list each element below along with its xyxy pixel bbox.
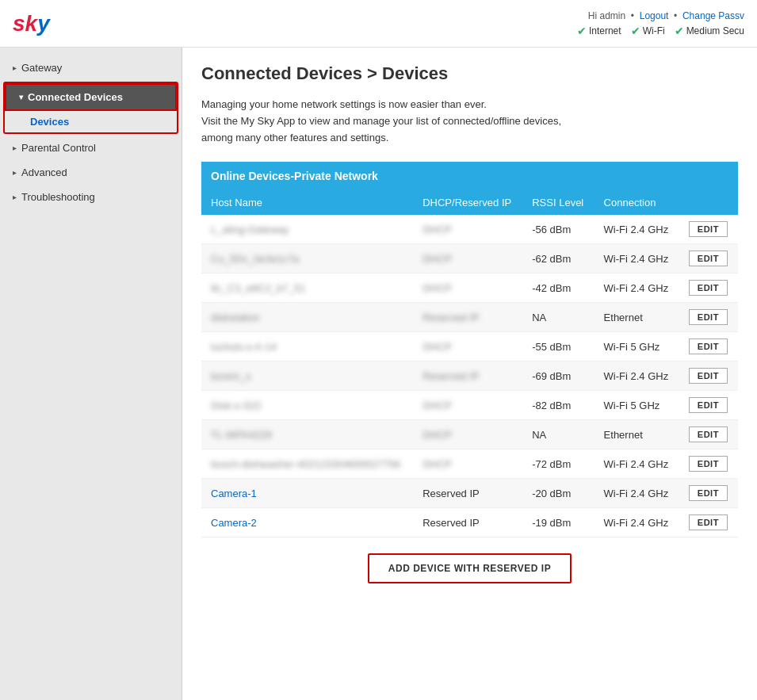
device-rssi-cell: NA (522, 420, 594, 449)
sidebar-item-connected-devices[interactable]: ▾ Connected Devices (5, 83, 177, 111)
device-connection-cell: Wi-Fi 5 GHz (595, 332, 679, 361)
device-rssi-cell: NA (522, 303, 594, 332)
device-edit-button[interactable]: EDIT (689, 514, 728, 530)
device-host-cell: TL-WPA4229 (201, 420, 413, 449)
sidebar-parental-label: Parental Control (21, 142, 96, 154)
device-host-cell: Cu_5Dc_0e3e1c7a (201, 244, 413, 273)
layout: ▸ Gateway ▾ Connected Devices Devices ▸ … (0, 48, 757, 700)
device-connection-value: Wi-Fi 2.4 GHz (604, 253, 669, 265)
device-rssi-cell: -55 dBm (522, 332, 594, 361)
sidebar-item-gateway[interactable]: ▸ Gateway (0, 55, 182, 80)
device-rssi-value: -82 dBm (532, 400, 571, 411)
device-ip-value: DHCP (422, 429, 452, 441)
device-host-link[interactable]: diskstation (211, 312, 259, 323)
device-host-link[interactable]: L_ating-Gateway (211, 224, 289, 235)
device-ip-value: Reserved IP (422, 488, 480, 499)
device-ip-cell: Reserved IP (413, 508, 522, 537)
device-host-cell: diskstation (201, 303, 413, 332)
device-connection-value: Wi-Fi 5 GHz (604, 341, 660, 353)
sidebar-devices-label: Devices (30, 116, 69, 128)
internet-check-icon: ✔ (577, 25, 587, 37)
device-ip-cell: DHCP (413, 420, 522, 449)
device-ip-value: DHCP (422, 224, 452, 235)
device-ip-cell: Reserved IP (413, 479, 522, 508)
table-row: Camera-1 Reserved IP -20 dBm Wi-Fi 2.4 G… (201, 479, 738, 508)
sidebar-item-parental-control[interactable]: ▸ Parental Control (0, 136, 182, 160)
device-host-link[interactable]: Cu_5Dc_0e3e1c7a (211, 253, 299, 265)
greeting-text: Hi admin (588, 10, 625, 21)
device-edit-cell: EDIT (679, 449, 738, 479)
connected-devices-section: ▾ Connected Devices Devices (3, 82, 178, 134)
wifi-label: Wi-Fi (643, 25, 665, 36)
device-edit-cell: EDIT (679, 303, 738, 332)
device-edit-button[interactable]: EDIT (689, 339, 728, 354)
device-host-link[interactable]: 8c_C3_e8C2_b7_51 (211, 282, 305, 294)
logout-link[interactable]: Logout (640, 10, 669, 21)
main-content: Connected Devices > Devices Managing you… (182, 48, 757, 700)
device-edit-cell: EDIT (679, 332, 738, 361)
device-rssi-cell: -69 dBm (522, 361, 594, 391)
wifi-status: ✔ Wi-Fi (631, 25, 665, 37)
logo: sky (13, 11, 50, 36)
device-host-cell: L_ating-Gateway (201, 215, 413, 244)
device-host-link[interactable]: Camera-1 (211, 488, 257, 499)
device-rssi-cell: -82 dBm (522, 391, 594, 420)
device-rssi-value: -20 dBm (532, 488, 571, 499)
device-rssi-cell: -19 dBm (522, 508, 594, 537)
device-edit-button[interactable]: EDIT (689, 280, 728, 296)
device-edit-button[interactable]: EDIT (689, 368, 728, 384)
device-connection-value: Wi-Fi 2.4 GHz (604, 517, 669, 529)
device-connection-cell: Wi-Fi 2.4 GHz (595, 449, 679, 479)
device-edit-button[interactable]: EDIT (689, 485, 728, 501)
device-rssi-cell: -72 dBm (522, 449, 594, 479)
device-ip-cell: Reserved IP (413, 361, 522, 391)
device-connection-cell: Wi-Fi 2.4 GHz (595, 361, 679, 391)
sidebar-sub-devices[interactable]: Devices (5, 111, 177, 132)
internet-label: Internet (589, 25, 621, 36)
device-edit-button[interactable]: EDIT (689, 456, 728, 472)
table-row: Disk-s-S22 DHCP -82 dBm Wi-Fi 5 GHz EDIT (201, 391, 738, 420)
advanced-arrow-icon: ▸ (13, 168, 17, 177)
device-ip-value: DHCP (422, 282, 452, 294)
add-button-container: ADD DEVICE WITH RESERVED IP (201, 553, 738, 583)
device-ip-cell: DHCP (413, 244, 522, 273)
add-reserved-ip-button[interactable]: ADD DEVICE WITH RESERVED IP (368, 553, 572, 583)
sidebar-item-advanced[interactable]: ▸ Advanced (0, 160, 182, 185)
device-edit-button[interactable]: EDIT (689, 251, 728, 266)
device-host-cell: bosch-dishwasher-402123304600027756 (201, 449, 413, 479)
device-ip-value: DHCP (422, 253, 452, 265)
device-connection-value: Wi-Fi 2.4 GHz (604, 370, 669, 382)
device-host-link[interactable]: Disk-s-S22 (211, 400, 262, 411)
table-section-title-row: Online Devices-Private Network (201, 162, 738, 190)
device-ip-cell: DHCP (413, 215, 522, 244)
device-ip-value: DHCP (422, 341, 452, 353)
device-edit-button[interactable]: EDIT (689, 309, 728, 325)
header-right: Hi admin • Logout • Change Passv ✔ Inter… (577, 10, 744, 37)
device-connection-cell: Wi-Fi 5 GHz (595, 391, 679, 420)
col-connection: Connection (595, 190, 679, 215)
device-ip-value: Reserved IP (422, 312, 480, 323)
table-row: L_ating-Gateway DHCP -56 dBm Wi-Fi 2.4 G… (201, 215, 738, 244)
device-host-link[interactable]: luchols-s-A-14 (211, 341, 277, 353)
connected-devices-arrow-icon: ▾ (19, 93, 23, 101)
device-edit-cell: EDIT (679, 215, 738, 244)
user-info: Hi admin • Logout • Change Passv (577, 10, 744, 21)
device-edit-button[interactable]: EDIT (689, 221, 728, 237)
troubleshooting-arrow-icon: ▸ (13, 193, 17, 201)
device-host-link[interactable]: TL-WPA4229 (211, 429, 272, 441)
sidebar-item-troubleshooting[interactable]: ▸ Troubleshooting (0, 185, 182, 209)
sidebar-gateway-label: Gateway (21, 62, 62, 74)
device-edit-button[interactable]: EDIT (689, 427, 728, 442)
device-host-link[interactable]: Camera-2 (211, 517, 257, 529)
device-host-link[interactable]: borem_s (211, 370, 251, 382)
change-pass-link[interactable]: Change Passv (682, 10, 744, 21)
device-ip-value: Reserved IP (422, 517, 480, 529)
device-edit-cell: EDIT (679, 244, 738, 273)
table-column-headers: Host Name DHCP/Reserved IP RSSI Level Co… (201, 190, 738, 215)
device-host-cell: 8c_C3_e8C2_b7_51 (201, 273, 413, 303)
device-host-link[interactable]: bosch-dishwasher-402123304600027756 (211, 458, 400, 470)
device-connection-cell: Wi-Fi 2.4 GHz (595, 273, 679, 303)
device-edit-button[interactable]: EDIT (689, 397, 728, 413)
device-connection-cell: Ethernet (595, 420, 679, 449)
device-edit-cell: EDIT (679, 361, 738, 391)
